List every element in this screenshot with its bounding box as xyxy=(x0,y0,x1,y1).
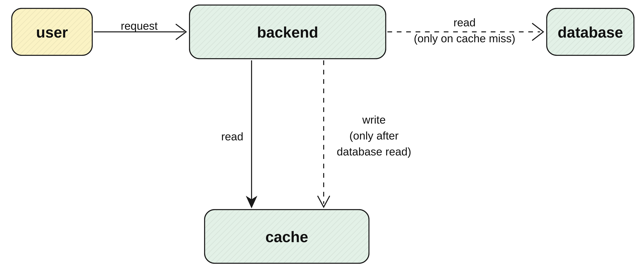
edge-user-backend-label: request xyxy=(121,20,158,32)
node-cache: cache xyxy=(204,210,369,263)
edge-backend-cache-write-label-1: write xyxy=(362,114,386,126)
cache-aside-diagram: user backend database cache request read… xyxy=(0,0,644,275)
node-cache-label: cache xyxy=(265,228,308,245)
edge-backend-cache-write-label-2: (only after xyxy=(349,130,398,142)
edge-user-backend: request xyxy=(94,20,186,40)
node-backend: backend xyxy=(190,5,386,59)
node-backend-label: backend xyxy=(257,24,318,41)
edge-backend-cache-read: read xyxy=(221,60,257,208)
edge-backend-cache-write: write (only after database read) xyxy=(318,60,411,207)
edge-backend-cache-read-label: read xyxy=(221,130,243,143)
node-database-label: database xyxy=(558,24,623,41)
edge-backend-database-label-1: read xyxy=(454,16,476,29)
edge-backend-database-label-2: (only on cache miss) xyxy=(414,32,515,44)
node-user-label: user xyxy=(36,24,68,41)
edge-backend-database: read (only on cache miss) xyxy=(388,16,544,44)
edge-backend-cache-write-label-3: database read) xyxy=(337,146,411,158)
node-database: database xyxy=(547,8,634,55)
node-user: user xyxy=(12,8,92,55)
